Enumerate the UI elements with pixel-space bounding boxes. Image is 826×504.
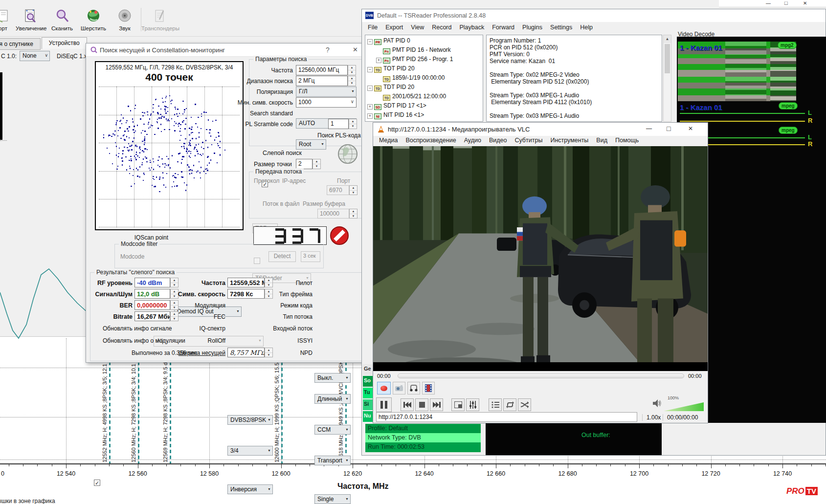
vlc-titlebar[interactable]: http://127.0.0.1:1234 - Медиапроигрывате… <box>373 123 708 136</box>
vlc-menu-7[interactable]: Помощь <box>611 136 643 146</box>
carrier-width-value[interactable]: 8,757 МГц <box>227 348 265 357</box>
bg-minimize-button[interactable]: — <box>766 0 771 6</box>
vlc-menu-6[interactable]: Вид <box>592 136 611 146</box>
collapse-icon[interactable]: − <box>367 39 373 44</box>
vlc-menu-3[interactable]: Видео <box>485 136 511 146</box>
rf-spinner[interactable]: ▲▼ <box>170 278 179 287</box>
video-adjust-button[interactable] <box>451 398 465 411</box>
vlc-seekbar[interactable] <box>398 373 684 378</box>
loop-button[interactable] <box>503 398 516 411</box>
ts-menu-record[interactable]: Record <box>428 23 455 34</box>
port-spinner[interactable]: ▲▼ <box>349 185 357 195</box>
buffer-input[interactable]: 100000 <box>317 209 349 219</box>
ts-menu-forward[interactable]: Forward <box>488 23 518 34</box>
tree-item-1[interactable]: PnPMT PID 16 - Network <box>376 46 451 54</box>
help-button[interactable]: ? <box>326 46 330 54</box>
constellation-plot[interactable] <box>99 87 240 227</box>
freq-spinner[interactable]: ▲▼ <box>348 65 356 75</box>
expand-icon[interactable]: + <box>367 113 373 119</box>
ab-loop-button[interactable] <box>407 382 420 394</box>
tree-item-4[interactable]: TD1859/-1/19 00:00:00 <box>376 74 445 82</box>
vlc-menu-2[interactable]: Аудио <box>460 136 485 146</box>
ts-menu-settings[interactable]: Settings <box>546 23 576 34</box>
dot-size-spinner[interactable]: ▲▼ <box>313 159 321 169</box>
ts-menu-view[interactable]: View <box>407 23 428 34</box>
bitrate-value[interactable]: 16,267 Мбит <box>134 311 170 321</box>
tsreader-tree-panel[interactable]: −PRPAT PID 0PnPMT PID 16 - Network+PnPMT… <box>365 35 483 122</box>
toolbar-button-5[interactable]: Транспондеры <box>141 8 178 31</box>
tsreader-titlebar[interactable]: DVB Default -- TSReader Professional 2.8… <box>362 9 826 22</box>
tree-item-5[interactable]: −TDTDT PID 20 <box>367 84 414 91</box>
snapshot-button[interactable] <box>393 382 405 394</box>
dialog-titlebar[interactable]: Поиск несущей и Constellation-мониторинг… <box>86 44 366 57</box>
equalizer-button[interactable] <box>466 398 479 411</box>
result-freq-value[interactable]: 12559,552 МГц <box>227 278 265 287</box>
pl-scramble-value[interactable]: 1 <box>328 119 349 129</box>
stop-sign-icon[interactable] <box>330 226 349 245</box>
vlc-menu-0[interactable]: Медиа <box>375 136 402 146</box>
ts-menu-plugins[interactable]: Plugins <box>518 23 546 34</box>
tree-item-0[interactable]: −PRPAT PID 0 <box>367 37 410 45</box>
ts-menu-help[interactable]: Help <box>576 23 597 34</box>
rf-value[interactable]: -40 dBm <box>134 278 170 287</box>
ts-menu-playback[interactable]: Playback <box>455 23 488 34</box>
tree-item-6[interactable]: TD2001/05/21 12:00:00 <box>376 93 446 101</box>
vlc-menu-5[interactable]: Инструменты <box>546 136 592 146</box>
stop-button[interactable] <box>415 398 428 411</box>
tsreader-info-panel[interactable]: Program Number: 1 PCR on PID 512 (0x0200… <box>486 35 662 122</box>
minsym-combo[interactable]: 1000∨ <box>296 97 357 108</box>
speaker-icon[interactable] <box>653 399 662 409</box>
vlc-rate[interactable]: 1.00x <box>642 414 661 421</box>
bg-close-button[interactable]: ✕ <box>803 0 807 6</box>
carrier-width-label[interactable]: Ширина несущей <box>177 350 225 356</box>
next-button[interactable] <box>430 398 443 411</box>
result-freq-spinner[interactable]: ▲▼ <box>265 278 273 287</box>
close-button[interactable]: ✕ <box>353 46 358 53</box>
bg-maximize-button[interactable]: □ <box>784 0 788 6</box>
playlist-button[interactable] <box>489 398 502 411</box>
scroll-up-icon[interactable]: ▲ <box>664 35 671 43</box>
tree-item-3[interactable]: −TDTOT PID 20 <box>367 65 415 73</box>
vlc-close-button[interactable]: ✕ <box>688 125 693 132</box>
ber-value[interactable]: 0,0000000 <box>134 300 170 310</box>
range-input[interactable]: 2 МГц <box>296 76 348 86</box>
expand-icon[interactable]: + <box>367 104 373 110</box>
toolbar-button-4[interactable]: Звук <box>110 8 140 31</box>
polarization-select[interactable]: Г/Л <box>296 87 357 97</box>
port-input[interactable]: 6970 <box>327 185 349 195</box>
vlc-minimize-button[interactable]: — <box>646 125 652 132</box>
ts-menu-file[interactable]: File <box>364 23 381 34</box>
tree-item-8[interactable]: +NINIT PID 16 <1> <box>367 111 424 119</box>
modulation-select[interactable]: DVBS2/8PSK <box>227 415 273 425</box>
vlc-maximize-button[interactable]: □ <box>667 125 670 132</box>
collapse-icon[interactable]: − <box>367 67 373 72</box>
dot-size-input[interactable]: 2 <box>296 159 313 169</box>
tsreader-scrollbar[interactable]: ▲ <box>663 35 671 122</box>
shuffle-button[interactable] <box>518 398 531 411</box>
symrate-spinner[interactable]: ▲▼ <box>265 289 273 299</box>
fec-select[interactable]: 3/4 <box>227 446 273 456</box>
iq-spectrum-select[interactable]: Инверсия <box>227 484 273 494</box>
vlc-menu-4[interactable]: Субтитры <box>511 136 546 146</box>
tree-item-2[interactable]: +PnPMT PID 256 - Progr. 1 <box>376 56 453 64</box>
expand-icon[interactable]: + <box>376 58 381 63</box>
record-button[interactable] <box>377 382 391 394</box>
update-signal-checkbox[interactable]: ✓ <box>94 480 100 486</box>
scroll-thumb[interactable] <box>665 44 670 73</box>
detect-interval[interactable]: 3 сек <box>301 251 320 262</box>
carrier-width-spinner[interactable]: ▲▼ <box>265 348 273 357</box>
buffer-spinner[interactable]: ▲▼ <box>349 209 357 219</box>
pl-scramble-spinner[interactable]: ▲▼ <box>349 119 357 129</box>
vlc-url-field[interactable]: http://127.0.0.1:1234 <box>376 412 637 422</box>
vlc-video-area[interactable] <box>373 146 708 371</box>
frame-button[interactable] <box>422 382 435 394</box>
detect-button[interactable]: Detect <box>268 251 296 262</box>
tree-item-7[interactable]: +SDSDT PID 17 <1> <box>367 102 426 110</box>
freq-input[interactable]: 12560,000 МГц <box>296 65 348 75</box>
symrate-value[interactable]: 7298 Кс <box>227 289 265 299</box>
collapse-icon[interactable]: − <box>367 86 373 91</box>
range-spinner[interactable]: ▲▼ <box>348 76 356 86</box>
volume-slider[interactable] <box>664 402 704 411</box>
previous-button[interactable] <box>401 398 414 411</box>
vlc-menu-1[interactable]: Воспроизведение <box>402 136 460 146</box>
